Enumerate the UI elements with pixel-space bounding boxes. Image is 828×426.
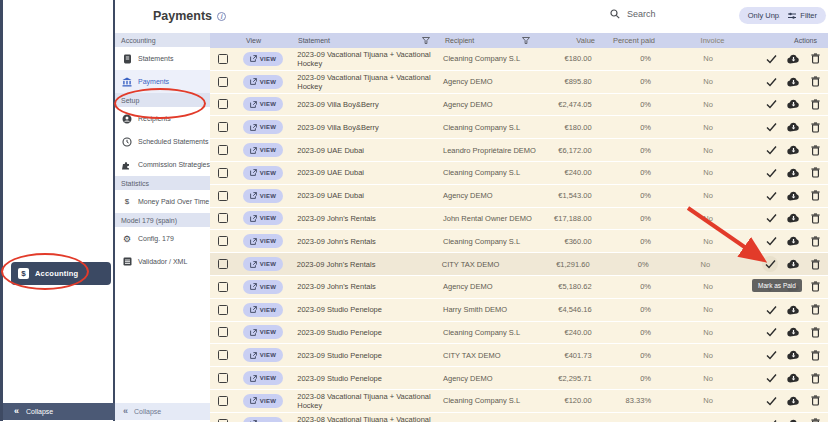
row-checkbox[interactable]	[218, 259, 228, 269]
row-checkbox[interactable]	[218, 396, 228, 406]
view-button[interactable]: VIEW	[243, 257, 284, 271]
view-button-label: VIEW	[260, 147, 277, 153]
delete-button[interactable]	[809, 280, 822, 293]
delete-button[interactable]	[809, 258, 822, 271]
sidebar-item-scheduled-statements[interactable]: Scheduled Statements	[115, 130, 210, 153]
row-checkbox[interactable]	[218, 327, 228, 337]
row-checkbox[interactable]	[218, 191, 228, 201]
mark-as-paid-button[interactable]	[765, 166, 778, 179]
cloud-download-button[interactable]	[787, 121, 800, 134]
cloud-download-button[interactable]	[787, 303, 800, 316]
delete-button[interactable]	[809, 52, 822, 65]
row-checkbox[interactable]	[218, 54, 228, 64]
cloud-download-button[interactable]	[787, 212, 800, 225]
view-button[interactable]: VIEW	[243, 371, 284, 385]
sidebar-item-statements[interactable]: Statements	[115, 47, 210, 70]
mark-as-paid-button[interactable]	[765, 394, 778, 407]
cloud-download-button[interactable]	[787, 349, 800, 362]
mark-as-paid-button[interactable]	[765, 75, 778, 88]
cloud-download-icon	[787, 54, 800, 64]
mark-as-paid-button[interactable]	[765, 121, 778, 134]
mark-as-paid-button[interactable]	[765, 52, 778, 65]
recipient-cell: Agency DEMO	[443, 374, 493, 383]
delete-button[interactable]	[809, 75, 822, 88]
cloud-download-button[interactable]	[787, 326, 800, 339]
mark-as-paid-button[interactable]	[765, 326, 778, 339]
row-checkbox[interactable]	[218, 282, 228, 292]
delete-button[interactable]	[809, 394, 822, 407]
row-checkbox[interactable]	[218, 373, 228, 383]
sidebar-item-money-paid-over-time[interactable]: $ Money Paid Over Time	[115, 190, 210, 213]
row-checkbox[interactable]	[218, 145, 228, 155]
filter-button[interactable]: Filter	[779, 7, 826, 24]
delete-button[interactable]	[809, 144, 822, 157]
view-button[interactable]: VIEW	[243, 348, 284, 362]
view-button[interactable]: VIEW	[243, 189, 284, 203]
row-checkbox[interactable]	[218, 350, 228, 360]
cloud-download-icon	[787, 99, 800, 109]
mark-as-paid-button[interactable]	[765, 144, 778, 157]
delete-button[interactable]	[809, 349, 822, 362]
cloud-download-button[interactable]	[787, 189, 800, 202]
view-button[interactable]: VIEW	[243, 143, 284, 157]
view-button[interactable]: VIEW	[243, 97, 284, 111]
primary-collapse-button[interactable]: « Collapse	[3, 403, 118, 420]
filter-funnel-icon[interactable]	[422, 37, 430, 44]
row-checkbox[interactable]	[218, 77, 228, 87]
search-input[interactable]: Search	[610, 9, 656, 19]
view-button[interactable]: VIEW	[243, 166, 284, 180]
cloud-download-button[interactable]	[787, 372, 800, 385]
sidebar-item-validador-xml[interactable]: Validador / XML	[115, 250, 210, 273]
delete-button[interactable]	[809, 189, 822, 202]
view-button-label: VIEW	[260, 170, 277, 176]
delete-button[interactable]	[809, 121, 822, 134]
view-button[interactable]: VIEW	[243, 120, 284, 134]
invoice-cell: No	[703, 351, 713, 360]
secondary-collapse-button[interactable]: « Collapse	[115, 403, 210, 420]
cloud-download-button[interactable]	[787, 394, 800, 407]
cloud-download-button[interactable]	[787, 235, 800, 248]
filter-funnel-icon[interactable]	[522, 37, 530, 44]
delete-button[interactable]	[809, 166, 822, 179]
view-button[interactable]: VIEW	[243, 325, 284, 339]
info-icon[interactable]: i	[217, 12, 226, 21]
cloud-download-button[interactable]	[787, 75, 800, 88]
mark-as-paid-button[interactable]	[765, 372, 778, 385]
view-button[interactable]: VIEW	[243, 52, 284, 66]
row-checkbox[interactable]	[218, 99, 228, 109]
view-button[interactable]: VIEW	[243, 75, 284, 89]
sidebar-item-commission-strategies[interactable]: Commission Strategies	[115, 153, 210, 176]
external-link-icon	[250, 192, 257, 199]
cloud-download-button[interactable]	[787, 144, 800, 157]
cloud-download-button[interactable]	[787, 166, 800, 179]
row-checkbox[interactable]	[218, 122, 228, 132]
check-icon	[766, 145, 777, 155]
view-button[interactable]: VIEW	[243, 280, 284, 294]
row-checkbox[interactable]	[218, 305, 228, 315]
sidebar-item-config-179[interactable]: ⚙ Config. 179	[115, 227, 210, 250]
delete-button[interactable]	[809, 98, 822, 111]
delete-button[interactable]	[809, 326, 822, 339]
view-button[interactable]: VIEW	[243, 211, 284, 225]
delete-button[interactable]	[809, 212, 822, 225]
delete-button[interactable]	[809, 372, 822, 385]
external-link-icon	[250, 352, 257, 359]
delete-button[interactable]	[809, 303, 822, 316]
cloud-download-button[interactable]	[787, 98, 800, 111]
percent-cell: 0%	[640, 77, 651, 86]
cloud-download-button[interactable]	[787, 258, 800, 271]
row-checkbox[interactable]	[218, 213, 228, 223]
cloud-download-button[interactable]	[787, 52, 800, 65]
statement-cell: 2023-09 UAE Dubai	[297, 191, 364, 200]
row-checkbox[interactable]	[218, 168, 228, 178]
view-button[interactable]: VIEW	[243, 234, 284, 248]
row-checkbox[interactable]	[218, 236, 228, 246]
percent-cell: 0%	[640, 351, 651, 360]
delete-button[interactable]	[809, 235, 822, 248]
view-button[interactable]: VIEW	[243, 303, 284, 317]
external-link-icon	[250, 238, 257, 245]
mark-as-paid-button[interactable]	[765, 349, 778, 362]
view-button[interactable]: VIEW	[243, 394, 284, 408]
mark-as-paid-button[interactable]	[765, 303, 778, 316]
mark-as-paid-button[interactable]	[765, 98, 778, 111]
